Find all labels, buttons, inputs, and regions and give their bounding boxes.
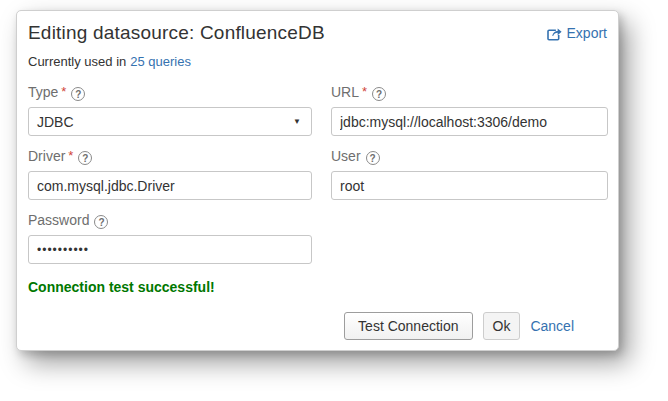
driver-label: Driver*? — [28, 148, 312, 165]
password-label: Password? — [28, 212, 312, 229]
ok-button[interactable]: Ok — [483, 312, 521, 340]
required-asterisk: * — [68, 148, 73, 163]
driver-input[interactable] — [28, 171, 312, 200]
required-asterisk: * — [362, 84, 367, 99]
type-field: Type*? JDBC ▼ — [28, 84, 312, 136]
help-icon[interactable]: ? — [372, 87, 386, 101]
type-label: Type*? — [28, 84, 312, 101]
password-label-text: Password — [28, 212, 89, 228]
type-select[interactable]: JDBC ▼ — [28, 107, 312, 136]
user-label: User? — [331, 148, 608, 165]
driver-field: Driver*? — [28, 148, 312, 200]
caret-down-icon: ▼ — [293, 117, 301, 126]
type-label-text: Type — [28, 84, 58, 100]
test-connection-button[interactable]: Test Connection — [344, 312, 472, 340]
usage-line: Currently used in25 queries — [28, 54, 607, 69]
required-asterisk: * — [61, 84, 66, 99]
edit-datasource-dialog: Editing datasource: ConfluenceDB Export … — [16, 10, 619, 351]
password-field: Password? — [28, 212, 312, 264]
url-field: URL*? — [331, 84, 608, 136]
type-select-value: JDBC — [37, 114, 74, 130]
help-icon[interactable]: ? — [78, 151, 92, 165]
user-input[interactable] — [331, 171, 608, 200]
export-label: Export — [567, 25, 607, 41]
export-icon — [546, 26, 562, 41]
export-link[interactable]: Export — [546, 25, 607, 41]
help-icon[interactable]: ? — [366, 151, 380, 165]
password-input[interactable] — [28, 235, 312, 264]
user-field: User? — [331, 148, 608, 200]
usage-text: Currently used in — [28, 54, 126, 69]
dialog-header: Editing datasource: ConfluenceDB Export — [28, 22, 607, 44]
url-label-text: URL — [331, 84, 359, 100]
user-label-text: User — [331, 148, 361, 164]
help-icon[interactable]: ? — [71, 87, 85, 101]
page-title: Editing datasource: ConfluenceDB — [28, 22, 325, 44]
driver-label-text: Driver — [28, 148, 65, 164]
url-label: URL*? — [331, 84, 608, 101]
help-icon[interactable]: ? — [94, 215, 108, 229]
connection-status: Connection test successful! — [28, 279, 607, 295]
cancel-link[interactable]: Cancel — [530, 318, 574, 334]
queries-link[interactable]: 25 queries — [130, 54, 191, 69]
url-input[interactable] — [331, 107, 608, 136]
form-grid: Type*? JDBC ▼ URL*? Driver*? User? Passw… — [28, 84, 607, 264]
dialog-footer: Test Connection Ok Cancel — [28, 312, 607, 340]
